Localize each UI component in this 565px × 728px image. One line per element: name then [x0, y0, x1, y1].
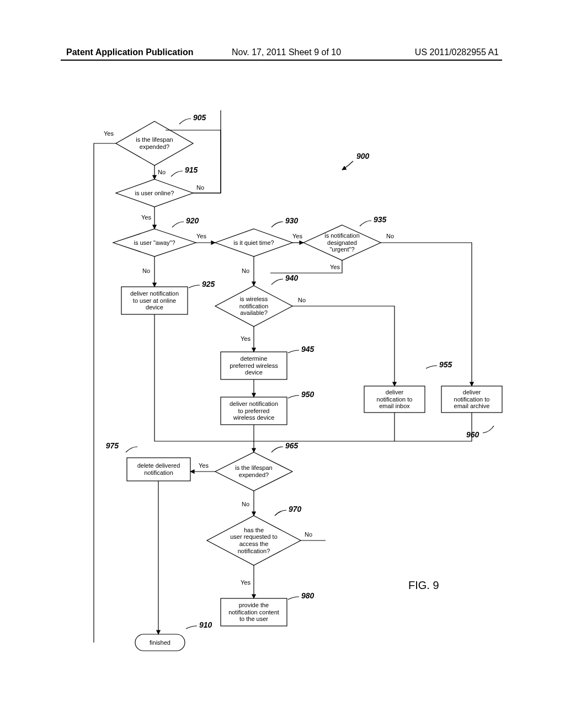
- ref-970: 970: [289, 505, 302, 513]
- decision-wireless-available: is wireless notification available?: [215, 286, 292, 326]
- edge-965-no: No: [242, 501, 249, 507]
- edge-930-no: No: [242, 267, 249, 274]
- edge-920-yes: Yes: [196, 233, 206, 239]
- edge-965-yes: Yes: [199, 462, 209, 469]
- process-determine-preferred-wireless: determine preferred wireless device: [221, 352, 287, 379]
- edge-930-yes: Yes: [292, 233, 302, 239]
- process-deliver-online-device: deliver notification to user at online d…: [121, 287, 188, 314]
- edge-970-yes: Yes: [241, 579, 250, 586]
- edge-940-no: No: [298, 297, 306, 303]
- ref-915: 915: [185, 165, 198, 174]
- decision-user-away: is user "away"?: [113, 229, 196, 256]
- edge-920-no: No: [142, 267, 150, 274]
- ref-960: 960: [466, 430, 479, 439]
- edge-915-yes: Yes: [141, 214, 151, 221]
- ref-965: 965: [285, 441, 299, 450]
- ref-945: 945: [301, 345, 315, 354]
- ref-910: 910: [199, 620, 212, 629]
- process-deliver-preferred-wireless: deliver notification to preferred wirele…: [221, 397, 287, 425]
- ref-930: 930: [285, 216, 299, 225]
- decision-user-requested-access: has the user requested to access the not…: [207, 516, 301, 565]
- ref-935: 935: [374, 215, 387, 224]
- ref-955: 955: [439, 360, 452, 369]
- terminator-finished: finished: [135, 634, 185, 651]
- edge-905-yes: Yes: [104, 130, 114, 137]
- ref-925: 925: [202, 280, 215, 288]
- figure-label: FIG. 9: [408, 579, 439, 591]
- ref-980: 980: [301, 591, 315, 600]
- process-deliver-email-archive: deliver notification to email archive: [441, 386, 502, 413]
- process-deliver-email-inbox: deliver notification to email inbox: [364, 386, 425, 413]
- edge-935-yes: Yes: [330, 264, 340, 270]
- edge-905-no: No: [158, 169, 166, 175]
- decision-lifespan-expended-1: is the lifespan expended?: [116, 121, 193, 165]
- edge-970-no: No: [305, 531, 312, 538]
- ref-905: 905: [193, 113, 206, 122]
- process-delete-delivered-notification: delete delivered notification: [127, 458, 190, 481]
- process-provide-notification-content: provide the notification content to the …: [221, 598, 287, 626]
- ref-975: 975: [106, 441, 119, 450]
- edge-935-no: No: [386, 233, 394, 239]
- edge-940-yes: Yes: [241, 335, 250, 342]
- ref-940: 940: [285, 274, 299, 282]
- ref-900: 900: [356, 152, 370, 160]
- decision-quiet-time: is it quiet time?: [215, 229, 292, 256]
- decision-user-online: is user online?: [116, 179, 193, 207]
- decision-notification-urgent: is notification designated "urgent"?: [303, 225, 381, 260]
- ref-920: 920: [186, 216, 199, 225]
- edge-915-no: No: [196, 184, 204, 191]
- page: Patent Application Publication Nov. 17, …: [0, 0, 565, 728]
- decision-lifespan-expended-2: is the lifespan expended?: [215, 452, 292, 491]
- flowchart: .line { stroke:#000; stroke-width:1.2; f…: [0, 0, 565, 728]
- ref-950: 950: [301, 390, 315, 399]
